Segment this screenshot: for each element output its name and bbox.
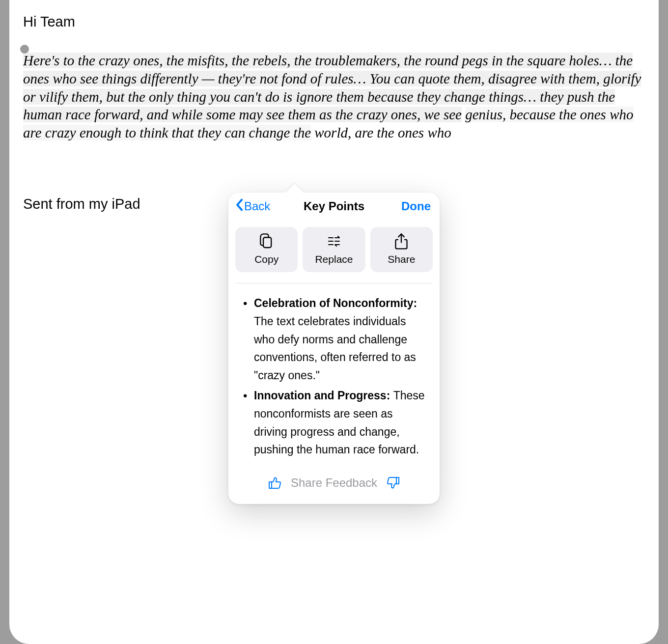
copy-icon [259,234,274,249]
selection-start-handle[interactable] [20,45,29,54]
share-button[interactable]: Share [370,227,433,272]
feedback-row: Share Feedback [228,476,440,504]
key-point-title: Celebration of Nonconformity: [254,297,417,309]
key-points-popover: Back Key Points Done Copy [228,193,440,504]
thumbs-down-button[interactable] [386,476,401,490]
thumbs-up-button[interactable] [267,476,282,490]
share-label: Share [388,253,415,265]
replace-icon [327,234,341,249]
quote-text[interactable]: Here's to the crazy ones, the misfits, t… [23,52,645,142]
done-button[interactable]: Done [401,193,431,220]
back-label: Back [244,199,270,213]
key-point-item: Celebration of Nonconformity: The text c… [243,294,425,385]
action-row: Copy Replace [228,220,440,283]
copy-button[interactable]: Copy [235,227,298,272]
key-points-list: Celebration of Nonconformity: The text c… [228,283,440,476]
selected-quote-block[interactable]: Here's to the crazy ones, the misfits, t… [23,52,645,142]
svg-rect-0 [263,237,271,248]
popover-title: Key Points [304,199,364,213]
greeting-line: Hi Team [23,14,645,30]
share-feedback-button[interactable]: Share Feedback [291,476,377,490]
back-button[interactable]: Back [235,193,270,220]
quote-span-c: world, are the ones who [314,125,451,140]
replace-button[interactable]: Replace [303,227,365,272]
key-point-item: Innovation and Progress: These nonconfor… [243,387,425,459]
share-icon [394,234,409,249]
popover-header: Back Key Points Done [228,193,440,220]
copy-label: Copy [254,253,278,265]
chevron-left-icon [235,198,243,214]
key-point-body: The text celebrates individuals who defy… [254,315,416,382]
key-point-title: Innovation and Progress: [254,389,393,402]
replace-label: Replace [315,253,353,265]
